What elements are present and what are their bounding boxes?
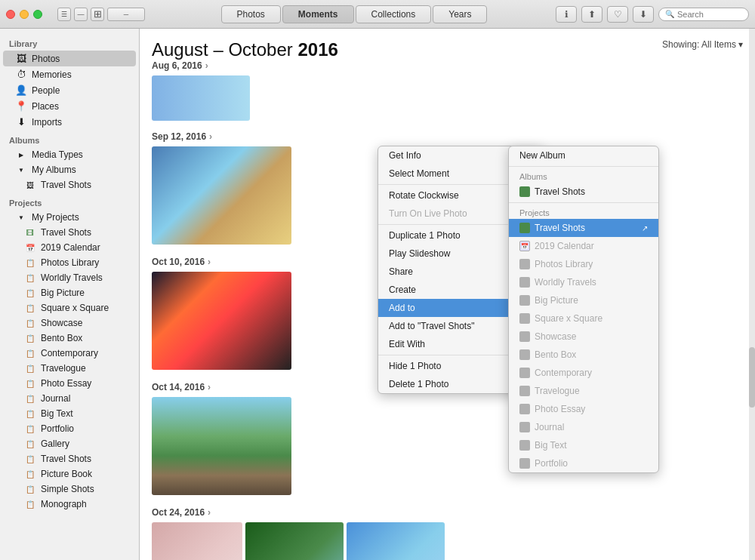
sidebar-item-memories[interactable]: ⏱ Memories	[3, 66, 136, 82]
sm-portfolio[interactable]: Portfolio	[509, 454, 658, 472]
export-icon[interactable]: ⬇	[633, 6, 654, 23]
tab-collections[interactable]: Collections	[356, 5, 432, 23]
sidebar-item-journal[interactable]: 📋 Journal	[3, 391, 136, 406]
sidebar-item-monograph[interactable]: 📋 Monograph	[3, 497, 136, 512]
sidebar-item-imports[interactable]: ⬇ Imports	[3, 114, 136, 130]
sidebar-item-my-projects[interactable]: ▼ My Projects	[3, 210, 136, 225]
proj-calendar-icon: 📅	[24, 244, 36, 252]
sm-new-album[interactable]: New Album	[509, 146, 658, 165]
title-bar: ☰ — ⊞ ─ Photos Moments Collections Years…	[0, 0, 755, 29]
sidebar-item-worldly-travels[interactable]: 📋 Worldly Travels	[3, 270, 136, 285]
proj-portfolio-icon: 📋	[24, 425, 36, 433]
photo-thumb-city[interactable]	[152, 272, 291, 370]
sm-portfolio-icon	[519, 458, 530, 469]
zoom-slider[interactable]: ─	[107, 8, 145, 21]
photo-thumb[interactable]	[152, 75, 250, 121]
sm-worldly-icon	[519, 277, 530, 288]
search-input[interactable]	[677, 10, 745, 19]
sidebar-item-people[interactable]: 👤 People	[3, 82, 136, 98]
sidebar-item-picture-book[interactable]: 📋 Picture Book	[3, 466, 136, 482]
scrollbar-thumb[interactable]	[749, 347, 755, 408]
sm-big-text[interactable]: Big Text	[509, 436, 658, 454]
sidebar-item-travel-shots-proj[interactable]: 🎞 Travel Shots	[3, 225, 136, 240]
sm-bento-box[interactable]: Bento Box	[509, 346, 658, 364]
tab-moments[interactable]: Moments	[282, 5, 354, 23]
sm-travel-shots-proj[interactable]: Travel Shots ↗	[509, 219, 658, 237]
sm-worldly-travels[interactable]: Worldly Travels	[509, 273, 658, 291]
sidebar-item-big-picture[interactable]: 📋 Big Picture	[3, 285, 136, 300]
heart-icon[interactable]: ♡	[607, 6, 628, 23]
albums-header: Albums	[0, 130, 139, 147]
sm-albums-header: Albums	[509, 168, 658, 183]
sm-showcase[interactable]: Showcase	[509, 328, 658, 346]
proj-showcase-icon: 📋	[24, 319, 36, 328]
proj-simple-shots-icon: 📋	[24, 485, 36, 494]
sm-travelogue[interactable]: Travelogue	[509, 382, 658, 400]
zoom-out[interactable]: —	[74, 8, 88, 21]
date-oct24: Oct 24, 2016 ›	[152, 507, 743, 518]
search-bar[interactable]: 🔍	[658, 8, 749, 21]
sidebar-item-gallery[interactable]: 📋 Gallery	[3, 436, 136, 451]
showing-bar[interactable]: Showing: All Items ▾	[662, 39, 743, 50]
zoom-in[interactable]: ⊞	[91, 8, 104, 21]
sm-big-picture[interactable]: Big Picture	[509, 291, 658, 309]
sm-big-pic-icon	[519, 295, 530, 306]
projects-header: Projects	[0, 192, 139, 210]
sm-journal[interactable]: Journal	[509, 418, 658, 436]
media-types-arrow: ▶	[15, 152, 27, 158]
sidebar-item-bento-box[interactable]: 📋 Bento Box	[3, 331, 136, 346]
proj-contemporary-icon: 📋	[24, 349, 36, 358]
share-icon[interactable]: ⬆	[581, 6, 602, 23]
sidebar-item-travel-shots-album[interactable]: 🖼 Travel Shots	[3, 177, 136, 192]
photo-thumb-mountain[interactable]	[152, 397, 291, 495]
sm-square-x-square[interactable]: Square x Square	[509, 309, 658, 328]
photos-icon: 🖼	[15, 53, 27, 64]
window-controls: ☰ — ⊞ ─	[57, 8, 145, 21]
sm-travelogue-icon	[519, 386, 530, 396]
sidebar-item-travelogue[interactable]: 📋 Travelogue	[3, 361, 136, 376]
sidebar-item-portfolio[interactable]: 📋 Portfolio	[3, 421, 136, 436]
photo-thumb-car[interactable]	[152, 146, 291, 245]
sidebar-item-my-albums[interactable]: ▼ My Albums	[3, 162, 136, 177]
sidebar-item-places[interactable]: 📍 Places	[3, 98, 136, 114]
photo-thumb-partial[interactable]	[152, 522, 242, 560]
sidebar-item-photo-essay[interactable]: 📋 Photo Essay	[3, 376, 136, 391]
proj-travelogue-icon: 📋	[24, 365, 36, 373]
sidebar-item-travel-shots-proj2[interactable]: 📋 Travel Shots	[3, 451, 136, 466]
oct24-section: Oct 24, 2016 ›	[140, 503, 755, 560]
sidebar: Library 🖼 Photos ⏱ Memories 👤 People 📍 P…	[0, 29, 140, 560]
proj-photo-essay-icon: 📋	[24, 380, 36, 388]
sidebar-item-contemporary[interactable]: 📋 Contemporary	[3, 346, 136, 361]
info-icon[interactable]: ℹ	[556, 6, 577, 23]
sm-2019-calendar[interactable]: 📅 2019 Calendar	[509, 237, 658, 255]
sm-sq-icon	[519, 313, 530, 324]
close-button[interactable]	[6, 10, 15, 19]
sm-photo-essay-icon	[519, 404, 530, 414]
sidebar-toggle[interactable]: ☰	[57, 8, 71, 21]
photo-thumb-forest[interactable]	[245, 522, 344, 560]
my-projects-arrow: ▼	[15, 214, 27, 221]
proj-monograph-icon: 📋	[24, 500, 36, 509]
sidebar-item-showcase[interactable]: 📋 Showcase	[3, 315, 136, 331]
sm-contemporary[interactable]: Contemporary	[509, 364, 658, 382]
toolbar-right: ℹ ⬆ ♡ ⬇ 🔍	[556, 6, 749, 23]
sidebar-item-photos[interactable]: 🖼 Photos	[3, 51, 136, 66]
sidebar-item-big-text[interactable]: 📋 Big Text	[3, 406, 136, 421]
sidebar-item-square-x-square[interactable]: 📋 Square x Square	[3, 300, 136, 315]
tabs-bar: Photos Moments Collections Years	[153, 5, 556, 23]
sidebar-item-simple-shots[interactable]: 📋 Simple Shots	[3, 482, 136, 497]
minimize-button[interactable]	[20, 10, 29, 19]
tab-photos[interactable]: Photos	[221, 5, 281, 23]
oct24-photos	[152, 522, 743, 560]
sm-photos-library[interactable]: Photos Library	[509, 255, 658, 273]
sm-travel-shots-album[interactable]: Travel Shots	[509, 183, 658, 201]
photo-thumb-blue[interactable]	[347, 522, 445, 560]
aug6-photos	[152, 75, 743, 121]
page-title: August – October 2016	[152, 39, 743, 60]
sidebar-item-2019-calendar[interactable]: 📅 2019 Calendar	[3, 240, 136, 255]
sidebar-item-photos-library[interactable]: 📋 Photos Library	[3, 255, 136, 270]
tab-years[interactable]: Years	[433, 5, 487, 23]
sidebar-item-media-types[interactable]: ▶ Media Types	[3, 147, 136, 162]
maximize-button[interactable]	[33, 10, 42, 19]
sm-photo-essay[interactable]: Photo Essay	[509, 400, 658, 418]
